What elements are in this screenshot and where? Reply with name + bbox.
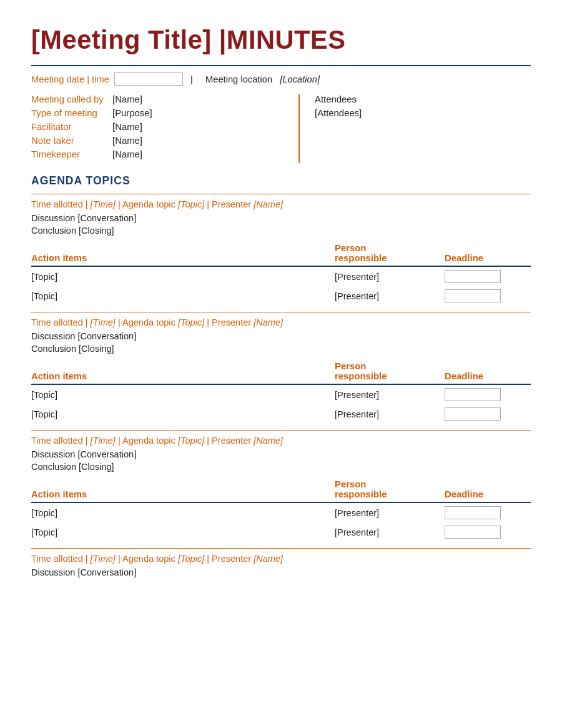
action-items-header: Action items — [31, 477, 331, 502]
table-row: [Topic][Presenter] — [31, 502, 531, 522]
table-row: [Topic][Presenter] — [31, 522, 531, 542]
info-section: Meeting called by [Name] Type of meeting… — [31, 94, 531, 163]
action-presenter-1: [Presenter] — [331, 404, 441, 424]
info-left: Meeting called by [Name] Type of meeting… — [31, 94, 300, 163]
deadline-header: Deadline — [441, 359, 531, 384]
top-divider — [31, 65, 531, 66]
agenda-block-3: Time allotted | [Time] | Agenda topic [T… — [31, 430, 531, 542]
separator: | — [188, 74, 195, 84]
type-of-meeting-row: Type of meeting [Purpose] — [31, 108, 286, 118]
action-presenter-0: [Presenter] — [331, 266, 441, 286]
attendees-value: [Attendees] — [315, 108, 531, 118]
action-presenter-0: [Presenter] — [331, 384, 441, 404]
action-presenter-0: [Presenter] — [331, 502, 441, 522]
meeting-called-by-row: Meeting called by [Name] — [31, 94, 286, 104]
meeting-location-label: Meeting location — [205, 74, 272, 84]
deadline-input-0[interactable] — [441, 266, 531, 286]
info-right: Attendees [Attendees] — [300, 94, 531, 163]
deadline-input-1[interactable] — [441, 404, 531, 424]
note-taker-label: Note taker — [31, 136, 112, 146]
meeting-date-input[interactable] — [114, 72, 183, 86]
deadline-field-1[interactable] — [445, 289, 501, 302]
table-row: [Topic][Presenter] — [31, 404, 531, 424]
deadline-input-0[interactable] — [441, 384, 531, 404]
agenda-block-1: Time allotted | [Time] | Agenda topic [T… — [31, 194, 531, 306]
table-row: [Topic][Presenter] — [31, 286, 531, 306]
action-presenter-1: [Presenter] — [331, 286, 441, 306]
action-topic-1: [Topic] — [31, 404, 331, 424]
meeting-called-by-label: Meeting called by — [31, 94, 112, 104]
deadline-input-1[interactable] — [441, 286, 531, 306]
deadline-header: Deadline — [441, 477, 531, 502]
person-responsible-header: Personresponsible — [331, 241, 441, 266]
meeting-called-by-value: [Name] — [112, 94, 142, 104]
facilitator-row: Facilitator [Name] — [31, 122, 286, 132]
type-of-meeting-value: [Purpose] — [112, 108, 152, 118]
action-topic-0: [Topic] — [31, 384, 331, 404]
facilitator-label: Facilitator — [31, 122, 112, 132]
action-items-table-3: Action itemsPersonresponsibleDeadline[To… — [31, 477, 531, 542]
facilitator-value: [Name] — [112, 122, 142, 132]
note-taker-row: Note taker [Name] — [31, 136, 286, 146]
discussion-4: Discussion [Conversation] — [31, 567, 531, 577]
action-items-table-2: Action itemsPersonresponsibleDeadline[To… — [31, 359, 531, 424]
discussion-3: Discussion [Conversation] — [31, 449, 531, 459]
page-title: [Meeting Title] |MINUTES — [31, 25, 531, 55]
type-of-meeting-label: Type of meeting — [31, 108, 112, 118]
agenda-header-1: Time allotted | [Time] | Agenda topic [T… — [31, 199, 531, 209]
agenda-rule-4 — [31, 548, 531, 549]
deadline-field-0[interactable] — [445, 388, 501, 401]
action-items-header: Action items — [31, 359, 331, 384]
deadline-header: Deadline — [441, 241, 531, 266]
action-topic-1: [Topic] — [31, 286, 331, 306]
agenda-header-3: Time allotted | [Time] | Agenda topic [T… — [31, 436, 531, 446]
note-taker-value: [Name] — [112, 136, 142, 146]
timekeeper-row: Timekeeper [Name] — [31, 149, 286, 159]
agenda-header-4: Time allotted | [Time] | Agenda topic [T… — [31, 554, 531, 564]
attendees-label: Attendees — [315, 94, 531, 104]
action-topic-0: [Topic] — [31, 266, 331, 286]
person-responsible-header: Personresponsible — [331, 359, 441, 384]
action-items-header: Action items — [31, 241, 331, 266]
discussion-1: Discussion [Conversation] — [31, 213, 531, 223]
deadline-input-0[interactable] — [441, 502, 531, 522]
agenda-rule-1 — [31, 194, 531, 194]
meeting-date-location-row: Meeting date | time | Meeting location [… — [31, 72, 531, 86]
timekeeper-value: [Name] — [112, 149, 142, 159]
meeting-location-value: [Location] — [277, 74, 320, 84]
agenda-container: Time allotted | [Time] | Agenda topic [T… — [31, 194, 531, 577]
table-row: [Topic][Presenter] — [31, 384, 531, 404]
deadline-field-0[interactable] — [445, 270, 501, 283]
agenda-header-2: Time allotted | [Time] | Agenda topic [T… — [31, 317, 531, 327]
person-responsible-header: Personresponsible — [331, 477, 441, 502]
action-topic-1: [Topic] — [31, 522, 331, 542]
conclusion-2: Conclusion [Closing] — [31, 344, 531, 354]
timekeeper-label: Timekeeper — [31, 149, 112, 159]
agenda-block-4: Time allotted | [Time] | Agenda topic [T… — [31, 548, 531, 577]
agenda-rule-2 — [31, 312, 531, 312]
deadline-field-1[interactable] — [445, 407, 501, 421]
agenda-section-title: AGENDA TOPICS — [31, 174, 531, 187]
agenda-block-2: Time allotted | [Time] | Agenda topic [T… — [31, 312, 531, 424]
action-topic-0: [Topic] — [31, 502, 331, 522]
meeting-date-label: Meeting date | time — [31, 74, 109, 84]
action-presenter-1: [Presenter] — [331, 522, 441, 542]
table-row: [Topic][Presenter] — [31, 266, 531, 286]
discussion-2: Discussion [Conversation] — [31, 331, 531, 341]
agenda-rule-3 — [31, 430, 531, 431]
deadline-input-1[interactable] — [441, 522, 531, 542]
deadline-field-0[interactable] — [445, 506, 501, 519]
conclusion-3: Conclusion [Closing] — [31, 462, 531, 472]
action-items-table-1: Action itemsPersonresponsibleDeadline[To… — [31, 241, 531, 306]
deadline-field-1[interactable] — [445, 526, 501, 539]
conclusion-1: Conclusion [Closing] — [31, 226, 531, 236]
